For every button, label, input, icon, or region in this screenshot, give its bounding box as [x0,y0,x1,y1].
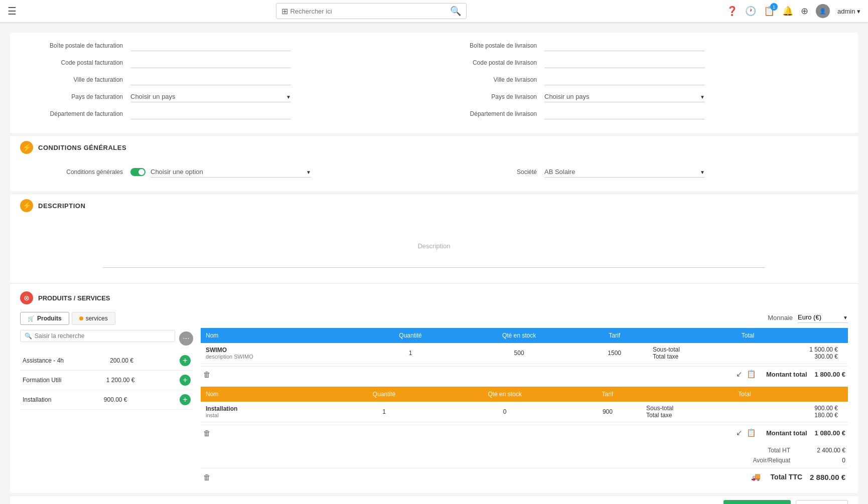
add-circle-icon[interactable]: ⊕ [801,6,808,17]
conditions-generales-row: Conditions générales Choisir une option … [20,166,434,178]
code-postal-facturation-input[interactable] [130,57,291,68]
tab-produits-label: Produits [37,315,62,322]
navbar-right: ❓ 🕐 📋 1 🔔 ⊕ 👤 admin ▾ [727,4,860,18]
ville-facturation-label: Ville de facturation [20,76,130,83]
service-name-2: Installation [23,396,51,403]
table2-product-name: Installation [206,405,328,412]
table2-header: Nom Quantité Qté en stock Tarif Total [201,387,848,402]
service-list: Assistance - 4h 200.00 € + Formation Uti… [20,351,193,410]
service-name-0: Assistance - 4h [23,357,64,364]
table2-description-cell: Installation instal [201,402,333,422]
total-ht-label: Total HT [725,447,800,454]
products-section: ⊗ Produits / Services 🛒 Produits service… [10,284,858,493]
conditions-left-col: Conditions générales Choisir une option … [20,166,434,184]
table1-qte-stock-cell: 500 [457,343,582,364]
cancel-button[interactable]: ANNULER [796,500,848,504]
help-icon[interactable]: ❓ [727,6,738,17]
main-content: Boîte postale de facturation Code postal… [0,23,868,504]
filter-icon: ⊞ [281,7,288,16]
table2-product-description: instal [206,412,328,418]
conditions-option-select[interactable]: Choisir une option [151,166,311,178]
conditions-header: ⚡ Conditions générales [10,135,858,159]
facturation-col: Boîte postale de facturation Code postal… [20,40,434,125]
products-tabs: 🛒 Produits services [20,312,193,325]
bottom-delete-button[interactable]: 🗑 [203,473,211,481]
produits-icon: 🛒 [28,315,35,322]
search-input[interactable] [290,8,450,15]
admin-menu[interactable]: admin ▾ [837,8,860,15]
boite-postale-livraison-input[interactable] [544,40,705,51]
table2-montant-value: 1 080.00 € [815,429,845,437]
tab-services[interactable]: services [72,312,115,325]
add-service-2-button[interactable]: + [180,394,191,405]
footer-bar: ENREGISTRER ANNULER [10,495,858,504]
pays-facturation-select[interactable]: Choisir un pays [130,91,291,102]
table2-col-tarif: Tarif [574,387,641,402]
table2-move-icon[interactable]: ↙ [736,428,743,437]
table2-col-nom: Nom [201,387,333,402]
table1-copy-icon[interactable]: 📋 [747,370,756,379]
tab-services-label: services [86,315,108,322]
ville-livraison-input[interactable] [544,74,705,85]
societe-select[interactable]: AB Solaire [544,166,705,178]
departement-facturation-input[interactable] [130,108,291,119]
search-box: ⊞ 🔍 [276,3,467,19]
avatar: 👤 [816,4,830,18]
description-area: Description [10,217,858,284]
address-columns: Boîte postale de facturation Code postal… [20,40,848,125]
list-item[interactable]: Installation 900.00 € + [20,390,193,410]
boite-postale-facturation-label: Boîte postale de facturation [20,42,130,49]
table1-total-taxe-value: 300.00 € [814,353,838,360]
add-service-1-button[interactable]: + [180,375,191,386]
boite-postale-facturation-input[interactable] [130,40,291,51]
code-postal-facturation-label: Code postal facturation [20,59,130,66]
search-icon[interactable]: 🔍 [450,6,461,17]
monnaie-label: Monnaie [768,314,793,321]
table2-copy-icon[interactable]: 📋 [747,428,756,437]
save-button[interactable]: ENREGISTRER [724,500,791,504]
sidebar-search-input[interactable] [35,332,171,340]
code-postal-livraison-label: Code postal de livraison [434,59,544,66]
table1-col-nom: Nom [201,328,364,343]
add-service-0-button[interactable]: + [180,355,191,366]
notifications-badge[interactable]: 📋 1 [764,6,775,17]
bottom-truck-icon[interactable]: 🚚 [751,472,761,481]
monnaie-select[interactable]: Euro (€) [798,312,848,323]
history-icon[interactable]: 🕐 [745,6,756,17]
ville-facturation-input[interactable] [130,74,291,85]
table1-move-icon[interactable]: ↙ [736,370,743,379]
list-item[interactable]: Formation Utili 1 200.00 € + [20,371,193,390]
table2-delete-button[interactable]: 🗑 [203,429,211,437]
departement-facturation-row: Département de facturation [20,108,434,119]
tab-produits[interactable]: 🛒 Produits [20,312,69,325]
table1-total-taxe-label: Total taxe [653,353,678,360]
bell-icon[interactable]: 🔔 [782,6,793,17]
total-ht-value: 2 400.00 € [800,447,845,454]
description-title: Description [38,202,85,210]
table1-montant-label: Montant total [766,371,807,378]
menu-icon[interactable]: ☰ [8,5,17,17]
table2-qte-stock-cell: 0 [436,402,573,422]
conditions-toggle[interactable] [130,168,146,176]
table1-delete-button[interactable]: 🗑 [203,370,211,379]
table2-col-qte-stock: Qté en stock [436,387,573,402]
table1-col-qte-stock: Qté en stock [457,328,582,343]
societe-row: Société AB Solaire ▼ [434,166,848,178]
navbar-center: ⊞ 🔍 [17,3,727,19]
table2-total-taxe-value: 180.00 € [814,412,838,419]
monnaie-arrow: ▼ [843,315,848,320]
service-price-0: 200.00 € [110,357,133,364]
code-postal-livraison-input[interactable] [544,57,705,68]
table1-description-cell: SWIMO description SWIMO [201,343,364,364]
pays-livraison-select[interactable]: Choisir un pays [544,91,705,102]
navbar-left: ☰ [8,5,17,17]
products-header: ⊗ Produits / Services [20,291,848,304]
more-options-button[interactable]: ··· [179,331,193,346]
pays-facturation-label: Pays de facturation [20,93,130,100]
table1-sous-total-value: 1 500.00 € [809,346,838,353]
table1-total-cell: Sous-total 1 500.00 € Total taxe 300.00 … [648,343,848,364]
list-item[interactable]: Assistance - 4h 200.00 € + [20,351,193,371]
departement-livraison-label: Département de livraison [434,110,544,117]
ville-livraison-row: Ville de livraison [434,74,848,85]
departement-livraison-input[interactable] [544,108,705,119]
